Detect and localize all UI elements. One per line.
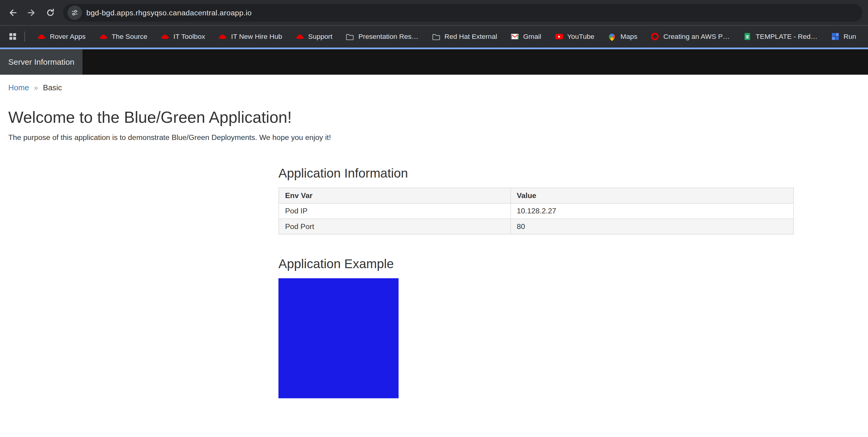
cell-value: 80	[510, 219, 794, 234]
bookmark-label: The Source	[112, 33, 148, 40]
bookmark-red-hat-external[interactable]: Red Hat External	[425, 29, 503, 44]
redhat-icon	[99, 32, 107, 41]
breadcrumb-home-link[interactable]: Home	[8, 83, 29, 92]
redhat-icon	[37, 32, 46, 41]
cell-env-var: Pod Port	[279, 219, 510, 234]
bookmark-label: Run	[844, 33, 856, 40]
site-settings-button[interactable]	[67, 5, 82, 20]
redhat-icon	[218, 32, 227, 41]
tab-server-information[interactable]: Server Information	[0, 49, 83, 75]
bookmark-label: Rover Apps	[50, 33, 86, 40]
bookmark-label: IT New Hire Hub	[231, 33, 282, 40]
bookmark-label: Presentation Res…	[359, 33, 418, 40]
maps-pin-icon	[608, 32, 617, 41]
header-value: Value	[510, 188, 794, 203]
folder-icon	[432, 32, 440, 41]
tune-icon	[71, 9, 79, 16]
bookmark-label: Gmail	[523, 33, 541, 40]
gmail-icon	[510, 32, 519, 41]
application-example-section: Application Example	[279, 257, 794, 399]
bookmark-label: Maps	[620, 33, 637, 40]
back-button[interactable]	[3, 3, 22, 22]
bookmark-maps[interactable]: Maps	[601, 29, 644, 44]
youtube-icon	[555, 32, 563, 41]
bookmark-template-red[interactable]: TEMPLATE - Red…	[736, 29, 824, 44]
reload-button[interactable]	[41, 3, 60, 22]
blue-grid-icon	[831, 32, 839, 41]
bookmarks-bar: Rover Apps The Source IT Toolbox IT New …	[0, 26, 868, 48]
breadcrumb-current: Basic	[43, 83, 62, 92]
cell-env-var: Pod IP	[279, 203, 510, 218]
bookmark-gmail[interactable]: Gmail	[504, 29, 548, 44]
site-navbar: Server Information	[0, 49, 868, 75]
url-bar[interactable]: bgd-bgd.apps.rhgsyqso.canadacentral.aroa…	[63, 4, 863, 22]
table-header-row: Env Var Value	[279, 188, 793, 203]
redhat-icon	[296, 32, 304, 41]
breadcrumb-separator: »	[34, 83, 38, 92]
back-arrow-icon	[8, 8, 18, 18]
page-title: Welcome to the Blue/Green Application!	[8, 108, 860, 127]
table-row: Pod Port 80	[279, 219, 793, 234]
bookmark-youtube[interactable]: YouTube	[548, 29, 601, 44]
application-example-heading: Application Example	[279, 257, 794, 272]
bookmark-label: Creating an AWS P…	[663, 33, 730, 40]
bookmarks-divider	[24, 32, 25, 41]
browser-toolbar: bgd-bgd.apps.rhgsyqso.canadacentral.aroa…	[0, 0, 868, 26]
bookmark-the-source[interactable]: The Source	[92, 29, 154, 44]
forward-arrow-icon	[27, 8, 36, 18]
header-env-var: Env Var	[279, 188, 510, 203]
apps-grid-icon	[8, 32, 17, 41]
bookmark-support[interactable]: Support	[289, 29, 339, 44]
breadcrumb: Home » Basic	[8, 75, 860, 96]
forward-button[interactable]	[22, 3, 41, 22]
bookmark-run[interactable]: Run	[824, 29, 863, 44]
bookmark-it-new-hire-hub[interactable]: IT New Hire Hub	[212, 29, 289, 44]
page-content: Home » Basic Welcome to the Blue/Green A…	[0, 75, 868, 398]
bookmark-label: Red Hat External	[444, 33, 497, 40]
bookmark-label: IT Toolbox	[174, 33, 205, 40]
app-example-box	[279, 278, 399, 399]
bookmark-presentation-resources[interactable]: Presentation Res…	[339, 29, 425, 44]
env-var-table: Env Var Value Pod IP 10.128.2.27 Pod Por…	[279, 188, 794, 234]
table-row: Pod IP 10.128.2.27	[279, 203, 793, 218]
reload-icon	[45, 8, 55, 18]
url-text: bgd-bgd.apps.rhgsyqso.canadacentral.aroa…	[87, 8, 252, 17]
redhat-icon	[160, 32, 169, 41]
screen: bgd-bgd.apps.rhgsyqso.canadacentral.aroa…	[0, 0, 868, 437]
bookmark-label: Support	[308, 33, 332, 40]
bookmark-label: TEMPLATE - Red…	[756, 33, 817, 40]
openshift-icon	[651, 32, 659, 41]
cell-value: 10.128.2.27	[510, 203, 794, 218]
apps-grid-button[interactable]	[4, 28, 21, 45]
bookmark-rover-apps[interactable]: Rover Apps	[30, 29, 92, 44]
bookmark-label: YouTube	[567, 33, 594, 40]
application-information-heading: Application Information	[279, 166, 794, 181]
sheets-icon	[743, 32, 752, 41]
bookmark-creating-an-aws-p[interactable]: Creating an AWS P…	[644, 29, 736, 44]
application-information-section: Application Information Env Var Value Po…	[279, 166, 794, 234]
page-intro: The purpose of this application is to de…	[8, 133, 860, 142]
folder-icon	[346, 32, 354, 41]
bookmark-it-toolbox[interactable]: IT Toolbox	[154, 29, 212, 44]
